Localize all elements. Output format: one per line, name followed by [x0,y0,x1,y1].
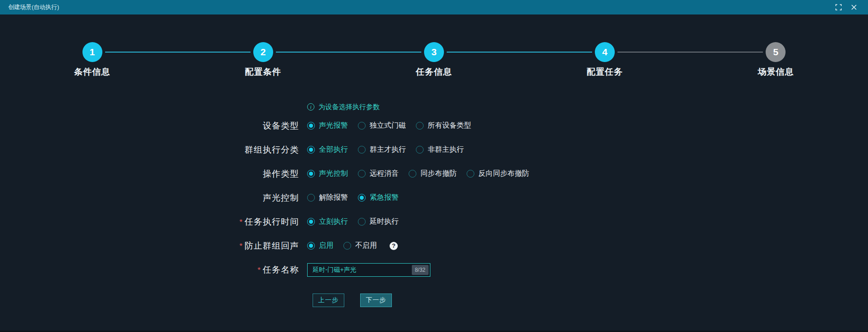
step-3: 3任务信息 [348,42,519,78]
form-row-group-exec-category: 群组执行分类全部执行群主才执行非群主执行 [0,138,868,162]
radio-icon[interactable] [307,242,315,250]
prev-step-button[interactable]: 上一步 [313,294,344,307]
form-label: 声光控制 [0,192,299,204]
required-asterisk: * [239,218,242,226]
radio-option-label: 解除报警 [319,193,348,202]
step-label: 场景信息 [757,66,794,78]
required-asterisk: * [257,266,260,274]
form-label: 设备类型 [0,120,299,132]
radio-option-label: 延时执行 [370,217,399,226]
info-icon: i [307,103,314,111]
form-label: 群组执行分类 [0,144,299,156]
radio-option[interactable]: 立刻执行 [307,217,348,226]
radio-option-label: 紧急报警 [370,193,399,202]
radio-option-label: 远程消音 [370,169,399,178]
radio-group: 全部执行群主才执行非群主执行 [307,145,474,154]
radio-icon[interactable] [358,122,366,130]
window-title: 创建场景(自动执行) [8,3,59,11]
radio-option-label: 立刻执行 [319,217,348,226]
form-row-task-name: *任务名称 8/32 [0,258,868,282]
step-2: 2配置条件 [178,42,348,78]
radio-option-label: 启用 [319,241,333,250]
radio-icon[interactable] [467,170,474,178]
stepper: 1条件信息2配置条件3任务信息4配置任务5场景信息 [0,42,868,78]
radio-option[interactable]: 群主才执行 [358,145,406,154]
radio-option-label: 非群主执行 [428,145,464,154]
step-4: 4配置任务 [520,42,690,78]
radio-group: 启用不启用? [307,241,398,250]
radio-icon[interactable] [307,218,315,226]
form-row-device-type: 设备类型声光报警独立式门磁所有设备类型 [0,114,868,138]
form-label: *任务名称 [0,264,299,276]
step-label: 配置条件 [245,66,281,78]
radio-option-label: 声光控制 [319,169,348,178]
radio-option[interactable]: 独立式门磁 [358,121,406,130]
form-label: *任务执行时间 [0,216,299,228]
radio-option-label: 不启用 [355,241,377,250]
form-row-sound-light-control: 声光控制解除报警紧急报警 [0,186,868,210]
radio-option[interactable]: 解除报警 [307,193,348,202]
step-circle[interactable]: 2 [253,42,273,62]
radio-option[interactable]: 延时执行 [358,217,399,226]
radio-option[interactable]: 同步布撤防 [409,169,457,178]
hint-row: i 为设备选择执行参数 [0,102,868,112]
step-circle[interactable]: 3 [424,42,444,62]
radio-option-label: 反向同步布撤防 [478,169,529,178]
step-5: 5场景信息 [690,42,861,78]
radio-option[interactable]: 启用 [307,241,333,250]
radio-option[interactable]: 声光控制 [307,169,348,178]
radio-icon[interactable] [416,146,424,154]
step-circle[interactable]: 5 [766,42,786,62]
radio-icon[interactable] [358,194,366,202]
radio-option[interactable]: 非群主执行 [416,145,464,154]
radio-icon[interactable] [307,194,315,202]
radio-icon[interactable] [416,122,424,130]
radio-icon[interactable] [307,122,315,130]
task-name-input-wrap: 8/32 [307,263,430,277]
radio-option[interactable]: 声光报警 [307,121,348,130]
radio-option-label: 所有设备类型 [428,121,471,130]
radio-option[interactable]: 所有设备类型 [416,121,471,130]
step-circle[interactable]: 4 [595,42,615,62]
radio-option[interactable]: 远程消音 [358,169,399,178]
task-name-label: 任务名称 [263,265,299,274]
form-label: 操作类型 [0,168,299,180]
form-rows: 设备类型声光报警独立式门磁所有设备类型群组执行分类全部执行群主才执行非群主执行操… [0,114,868,258]
radio-option[interactable]: 反向同步布撤防 [467,169,529,178]
radio-group: 声光控制远程消音同步布撤防反向同步布撤防 [307,169,539,178]
close-icon[interactable] [848,2,860,12]
radio-icon[interactable] [343,242,351,250]
char-counter: 8/32 [412,265,429,275]
radio-icon[interactable] [307,146,315,154]
radio-option-label: 群主才执行 [370,145,406,154]
hint-text: 为设备选择执行参数 [318,103,380,111]
help-icon[interactable]: ? [390,242,398,250]
radio-icon[interactable] [409,170,416,178]
required-asterisk: * [239,242,242,250]
step-label: 任务信息 [416,66,452,78]
radio-icon[interactable] [307,170,315,178]
next-step-button[interactable]: 下一步 [360,294,392,307]
step-label: 条件信息 [74,66,111,78]
step-label: 配置任务 [587,66,623,78]
radio-group: 解除报警紧急报警 [307,193,409,202]
radio-icon[interactable] [358,146,366,154]
buttons-row: 上一步 下一步 [0,294,868,307]
radio-option-label: 同步布撤防 [420,169,457,178]
form-row-operation-type: 操作类型声光控制远程消音同步布撤防反向同步布撤防 [0,162,868,186]
radio-group: 立刻执行延时执行 [307,217,409,226]
radio-option[interactable]: 全部执行 [307,145,348,154]
form-row-task-exec-time: *任务执行时间立刻执行延时执行 [0,210,868,234]
radio-option[interactable]: 紧急报警 [358,193,399,202]
radio-option-label: 声光报警 [319,121,348,130]
step-circle[interactable]: 1 [82,42,102,62]
titlebar: 创建场景(自动执行) [0,0,868,14]
step-1: 1条件信息 [7,42,178,78]
radio-icon[interactable] [358,218,366,226]
radio-group: 声光报警独立式门磁所有设备类型 [307,121,481,130]
fullscreen-icon[interactable] [833,2,844,12]
radio-option[interactable]: 不启用 [343,241,377,250]
form-row-prevent-group-echo: *防止群组回声启用不启用? [0,234,868,258]
radio-icon[interactable] [358,170,366,178]
radio-option-label: 独立式门磁 [370,121,406,130]
